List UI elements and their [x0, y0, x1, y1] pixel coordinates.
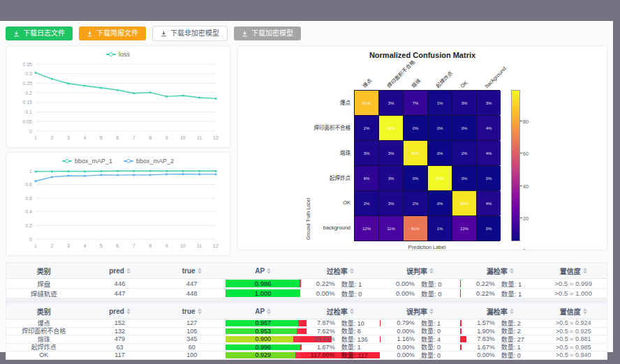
column-header-label: pred — [109, 308, 124, 315]
svg-text:12: 12 — [213, 243, 219, 248]
column-header-过检率: 过检率 — [300, 263, 380, 278]
sort-control[interactable] — [350, 308, 354, 314]
column-header-漏检率: 漏检率 — [460, 303, 540, 319]
rate-percent: 1.57% — [466, 319, 495, 326]
rate-percent: 7.62% — [306, 328, 335, 335]
rate-percent: 0.22% — [466, 280, 495, 287]
matrix-cell: 3% — [379, 141, 403, 165]
matrix-column-label: 爆点 — [360, 77, 373, 89]
rate-count: 数量: 8 — [341, 328, 375, 335]
rate-bar — [460, 320, 462, 326]
sort-control[interactable] — [510, 268, 514, 274]
svg-text:0.05: 0.05 — [22, 119, 32, 124]
sort-control[interactable] — [583, 308, 587, 314]
table-cell: 0.00%数量: 0 — [380, 351, 460, 359]
matrix-cell: 11% — [379, 216, 403, 241]
sort-asc-icon — [126, 308, 131, 311]
svg-text:8: 8 — [149, 135, 152, 140]
sort-asc-icon — [198, 268, 202, 271]
colorbar-tick-label: 0 — [523, 248, 526, 250]
download-button-0[interactable]: 下载日志文件 — [6, 26, 73, 40]
sort-asc-icon — [429, 268, 434, 271]
sort-control[interactable] — [198, 308, 202, 314]
colorbar-tick-label: 80 — [523, 119, 529, 124]
download-button-3[interactable]: 下载加密模型 — [234, 26, 301, 40]
rate-cell: 0.22%数量: 1 — [300, 279, 380, 288]
legend-item-loss[interactable]: loss — [106, 51, 130, 58]
sort-asc-icon — [510, 268, 514, 271]
button-label: 下载简报文件 — [96, 30, 138, 37]
colorbar-tick-mark — [520, 250, 522, 250]
sort-control[interactable] — [510, 308, 514, 314]
matrix-row-label: 起焊炸点 — [311, 165, 354, 190]
rate-count: 数量: 0 — [421, 328, 455, 335]
legend-item-bbox_mAP_1[interactable]: bbox_mAP_1 — [62, 158, 112, 165]
table-cell: 0.00%数量: 0 — [460, 351, 540, 359]
matrix-cell: 2% — [452, 141, 476, 165]
ap-value: 0.953 — [226, 328, 301, 335]
sort-desc-icon — [198, 271, 202, 274]
svg-text:1: 1 — [34, 243, 37, 248]
rate-count: 数量: 1 — [421, 319, 455, 327]
svg-text:1: 1 — [34, 135, 37, 140]
rate-percent: 0.00% — [385, 328, 415, 335]
rate-bar — [300, 344, 302, 351]
sort-asc-icon — [267, 268, 271, 271]
legend-item-bbox_mAP_2[interactable]: bbox_mAP_2 — [124, 158, 174, 165]
class-name-cell: 爆点 — [6, 319, 82, 327]
sort-control[interactable] — [126, 308, 131, 314]
rate-cell: 7.62%数量: 8 — [300, 328, 380, 335]
matrix-row-label: OK — [311, 190, 354, 215]
colorbar-tick-mark — [520, 185, 522, 186]
sort-desc-icon — [126, 312, 131, 314]
sort-control[interactable] — [429, 268, 434, 274]
sort-control[interactable] — [583, 268, 587, 274]
table-cell: 1.16%数量: 4 — [380, 335, 460, 343]
sort-control[interactable] — [267, 308, 271, 314]
rate-count: 数量: 1 — [501, 289, 535, 298]
ap-cell: 1.000 — [226, 289, 301, 298]
map-chart-legend: bbox_mAP_1bbox_mAP_2 — [12, 156, 224, 166]
loss-chart-legend: loss — [12, 50, 224, 59]
ap-value: 0.929 — [226, 351, 301, 358]
download-icon — [13, 31, 20, 37]
class-name-cell: 焊缝轨迹 — [6, 289, 82, 298]
matrix-cell: 93% — [428, 166, 452, 190]
sort-control[interactable] — [350, 268, 354, 274]
table-cell: 0.00%数量: 0 — [380, 279, 460, 288]
column-header-label: true — [182, 267, 195, 275]
sort-asc-icon — [198, 308, 202, 311]
rate-count: 数量: 0 — [421, 289, 455, 298]
column-header-置信度: 置信度 — [540, 303, 607, 319]
sort-control[interactable] — [198, 268, 202, 274]
confidence-cell: >0.5 = 1.000 — [540, 289, 607, 298]
matrix-cell: 0% — [477, 216, 501, 241]
sort-desc-icon — [267, 312, 271, 314]
confidence-cell: >0.5 = 0.924 — [540, 319, 607, 327]
rate-count: 数量: 117 — [341, 351, 375, 359]
download-toolbar: 下载日志文件下载简报文件下载非加密模型下载加密模型 — [0, 21, 613, 44]
colorbar-tick-label: 60 — [523, 151, 529, 156]
column-header-类别: 类别 — [6, 263, 82, 278]
column-header-label: 误判率 — [406, 306, 427, 317]
sort-control[interactable] — [126, 268, 131, 274]
confidence-cell: >0.5 = 0.940 — [540, 351, 607, 359]
rate-cell: 0.79%数量: 1 — [380, 319, 460, 327]
sort-control[interactable] — [267, 268, 271, 274]
svg-text:2: 2 — [51, 243, 54, 248]
matrix-main: 爆点焊印面积不合格熔珠起焊炸点OKbackground 81%3%7%1%3%3… — [354, 59, 500, 250]
class-name-cell: 焊盘 — [6, 279, 82, 288]
table-cell: 0.00%数量: 0 — [380, 328, 460, 335]
rate-count: 数量: 27 — [501, 335, 535, 343]
rate-percent: 0.00% — [385, 280, 415, 287]
colorbar-gradient — [511, 90, 520, 241]
download-button-2[interactable]: 下载非加密模型 — [152, 26, 228, 41]
matrix-cell: 93% — [379, 116, 403, 140]
rate-percent: 0.00% — [466, 351, 495, 358]
download-button-1[interactable]: 下载简报文件 — [79, 26, 146, 40]
count-cell: 100 — [158, 351, 226, 359]
sort-control[interactable] — [429, 308, 434, 314]
svg-text:0: 0 — [29, 129, 32, 134]
matrix-column-label: 熔珠 — [409, 77, 422, 89]
matrix-cell: 81% — [355, 91, 378, 115]
